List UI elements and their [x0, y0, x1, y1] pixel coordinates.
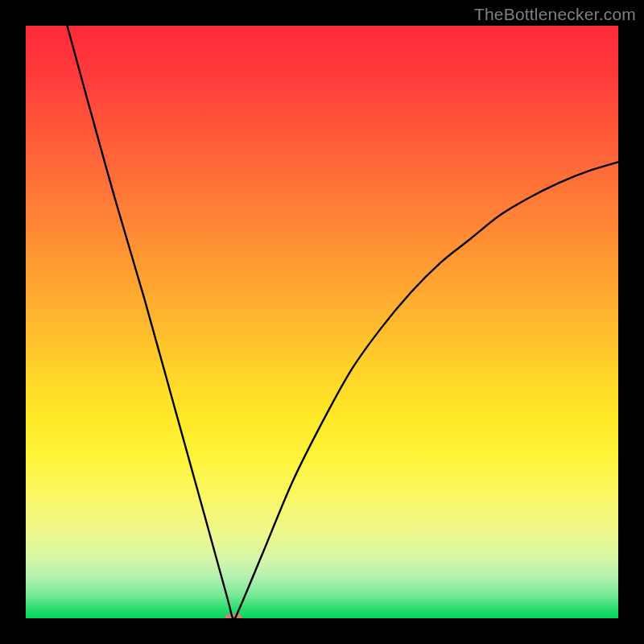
plot-area: [26, 26, 618, 618]
bottleneck-curve: [26, 26, 618, 618]
watermark-text: TheBottlenecker.com: [474, 5, 636, 24]
chart-frame: TheBottlenecker.com: [0, 0, 644, 644]
